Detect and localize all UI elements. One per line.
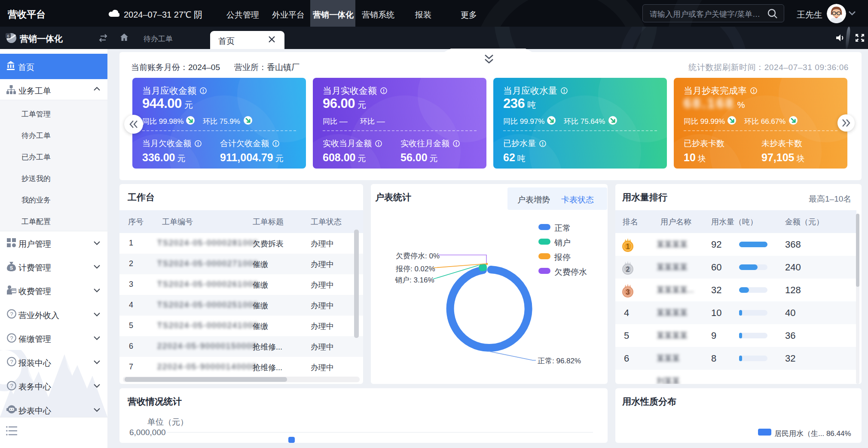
svg-text:?: ?	[10, 383, 13, 389]
svg-text:S: S	[10, 265, 13, 270]
svg-text:?: ?	[10, 335, 13, 341]
svg-text:6: 6	[7, 34, 9, 38]
svg-text:?: ?	[10, 359, 13, 365]
svg-text:?: ?	[10, 311, 13, 317]
